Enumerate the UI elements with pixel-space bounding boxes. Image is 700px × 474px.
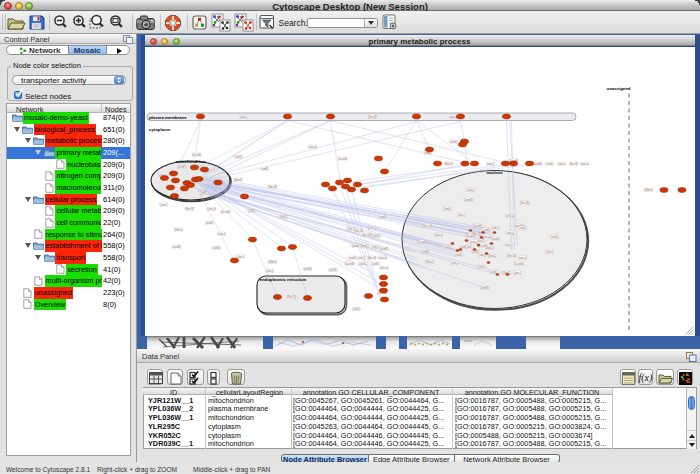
svg-text:(sim8): (sim8) xyxy=(371,261,378,265)
svg-text:(anm8): (anm8) xyxy=(533,161,541,165)
svg-text:(anm8): (anm8) xyxy=(172,244,180,248)
svg-text:(s0n5): (s0n5) xyxy=(247,209,254,213)
svg-text:(9km2): (9km2) xyxy=(233,177,241,181)
svg-text:(9m-r8): (9m-r8) xyxy=(268,184,277,188)
svg-text:mitochondrion: mitochondrion xyxy=(175,159,205,164)
svg-text:(anm8): (anm8) xyxy=(379,247,387,251)
svg-text:(9km2): (9km2) xyxy=(268,260,276,264)
svg-text:(s0n5): (s0n5) xyxy=(352,307,359,311)
svg-text:(sim-j): (sim-j) xyxy=(469,239,476,243)
svg-text:(anm8): (anm8) xyxy=(303,267,311,271)
svg-text:(sim-t): (sim-t) xyxy=(159,202,166,206)
svg-text:(sim-t): (sim-t) xyxy=(236,254,243,258)
svg-text:(stm3): (stm3) xyxy=(518,225,525,229)
svg-text:(stm3): (stm3) xyxy=(212,245,219,249)
svg-text:(sim-t): (sim-t) xyxy=(557,161,564,165)
svg-text:(sim-a): (sim-a) xyxy=(482,234,490,238)
svg-text:(stm3): (stm3) xyxy=(550,234,557,238)
svg-text:nucleus: nucleus xyxy=(486,170,503,175)
svg-text:(1e-m8): (1e-m8) xyxy=(344,261,353,265)
svg-text:(anm8): (anm8) xyxy=(491,236,499,240)
svg-text:(9km2): (9km2) xyxy=(360,243,368,247)
svg-text:(stm3): (stm3) xyxy=(199,191,206,195)
svg-text:(sim-a): (sim-a) xyxy=(367,226,375,230)
svg-text:(9m-r8): (9m-r8) xyxy=(368,114,377,118)
svg-text:(anm8): (anm8) xyxy=(464,197,472,201)
svg-text:(sim-a): (sim-a) xyxy=(207,207,215,211)
svg-text:(9m-r8): (9m-r8) xyxy=(423,223,432,227)
svg-text:(s0n5): (s0n5) xyxy=(372,234,379,238)
svg-text:(sim8): (sim8) xyxy=(205,220,212,224)
svg-text:(sim-j): (sim-j) xyxy=(513,270,520,274)
svg-text:(1e-m8): (1e-m8) xyxy=(514,261,523,265)
svg-text:(stm3): (stm3) xyxy=(329,268,336,272)
svg-text:(9m-r8): (9m-r8) xyxy=(367,255,376,259)
svg-text:(s0n5): (s0n5) xyxy=(443,244,450,248)
svg-text:(1e-m8): (1e-m8) xyxy=(220,209,229,213)
svg-text:(sim-a): (sim-a) xyxy=(434,232,442,236)
svg-text:(9km2): (9km2) xyxy=(444,161,452,165)
svg-text:(sim-t): (sim-t) xyxy=(545,250,552,254)
svg-text:(sim-j): (sim-j) xyxy=(450,260,457,264)
svg-text:(sim-j): (sim-j) xyxy=(371,245,378,249)
svg-text:(s0n5): (s0n5) xyxy=(359,261,366,265)
svg-text:(9m-r8): (9m-r8) xyxy=(569,161,578,165)
svg-text:(9m-r8): (9m-r8) xyxy=(185,207,194,211)
svg-text:(9km2): (9km2) xyxy=(644,188,652,192)
svg-text:(9m-r8): (9m-r8) xyxy=(287,295,296,299)
svg-text:(9km2): (9km2) xyxy=(487,253,495,257)
svg-text:(1e-m8): (1e-m8) xyxy=(465,233,474,237)
svg-text:(sim-a): (sim-a) xyxy=(308,144,316,148)
svg-text:(1e-m8): (1e-m8) xyxy=(337,156,346,160)
svg-text:(sim-j): (sim-j) xyxy=(506,230,513,234)
svg-text:(sim-a): (sim-a) xyxy=(505,214,513,218)
svg-text:(1e-m8): (1e-m8) xyxy=(362,233,371,237)
svg-text:(sim-j): (sim-j) xyxy=(486,161,493,165)
svg-text:(stm3): (stm3) xyxy=(454,252,461,256)
svg-text:(9km2): (9km2) xyxy=(425,259,433,263)
svg-text:(9m-r8): (9m-r8) xyxy=(507,253,516,257)
svg-text:(9km2): (9km2) xyxy=(174,227,182,231)
svg-text:(sim8): (sim8) xyxy=(421,250,428,254)
svg-text:(sim-t): (sim-t) xyxy=(357,256,364,260)
svg-text:(sim8): (sim8) xyxy=(459,244,466,248)
svg-text:(stm3): (stm3) xyxy=(443,206,450,210)
svg-text:(1e-m8): (1e-m8) xyxy=(417,239,426,243)
svg-text:(anm8): (anm8) xyxy=(480,286,488,290)
svg-text:(sim-a): (sim-a) xyxy=(580,161,588,165)
svg-text:(anm8): (anm8) xyxy=(473,223,481,227)
svg-text:(sim8): (sim8) xyxy=(351,243,358,247)
svg-text:(s0n5): (s0n5) xyxy=(279,215,286,219)
svg-text:(sim-a): (sim-a) xyxy=(518,255,526,259)
svg-text:(sim-j): (sim-j) xyxy=(217,231,224,235)
svg-text:(sim8): (sim8) xyxy=(378,214,385,218)
svg-text:(anm8): (anm8) xyxy=(177,165,185,169)
svg-text:(1e-m8): (1e-m8) xyxy=(191,152,200,156)
svg-text:(sim-j): (sim-j) xyxy=(265,268,272,272)
svg-text:(9m-r8): (9m-r8) xyxy=(520,200,529,204)
svg-text:endoplasmic reticulum: endoplasmic reticulum xyxy=(259,277,306,282)
svg-text:(sim-t): (sim-t) xyxy=(457,212,464,216)
svg-text:(sim8): (sim8) xyxy=(489,269,496,273)
svg-text:(s0n5): (s0n5) xyxy=(477,265,484,269)
svg-text:(s0n5): (s0n5) xyxy=(449,139,456,143)
svg-text:cytoplasm: cytoplasm xyxy=(149,126,170,131)
svg-text:(s0n5): (s0n5) xyxy=(234,155,241,159)
svg-text:(sim-t): (sim-t) xyxy=(239,114,246,118)
svg-text:(sim-t): (sim-t) xyxy=(505,242,512,246)
svg-text:(sim-j): (sim-j) xyxy=(466,187,473,191)
svg-text:(sim-a): (sim-a) xyxy=(378,255,386,259)
svg-text:(9m-r8): (9m-r8) xyxy=(354,228,363,232)
svg-text:plasma membrane: plasma membrane xyxy=(149,114,187,119)
svg-text:(9km2): (9km2) xyxy=(485,245,493,249)
svg-text:(sim-t): (sim-t) xyxy=(491,226,498,230)
svg-text:(stm3): (stm3) xyxy=(348,255,355,259)
svg-text:(sim8): (sim8) xyxy=(260,166,267,170)
svg-text:(sim-a): (sim-a) xyxy=(379,266,387,270)
svg-text:unassigned: unassigned xyxy=(606,85,630,90)
svg-text:(stm3): (stm3) xyxy=(545,161,552,165)
svg-text:(stm3): (stm3) xyxy=(482,227,489,231)
